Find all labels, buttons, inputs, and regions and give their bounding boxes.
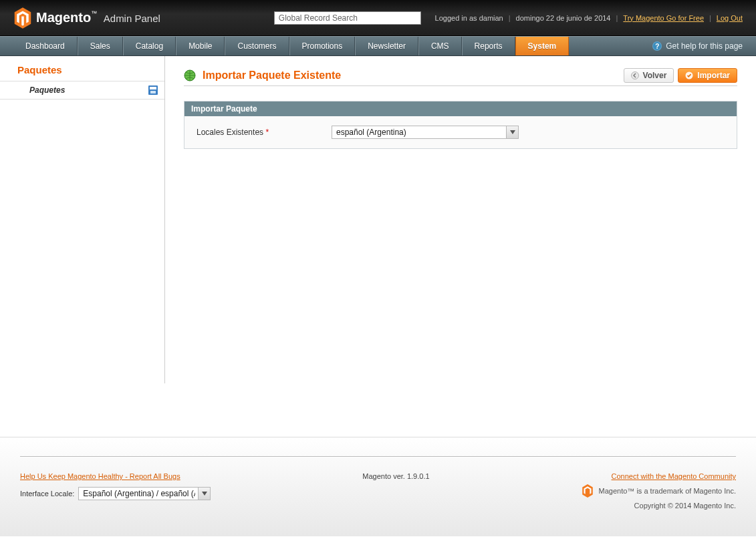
community-link[interactable]: Connect with the Magento Community [612, 472, 736, 480]
save-icon [148, 85, 158, 95]
magento-logo-icon [13, 7, 32, 29]
svg-point-4 [631, 72, 638, 79]
back-button-label: Volver [643, 71, 667, 80]
interface-locale-label: Interface Locale: [20, 490, 74, 498]
nav-system[interactable]: System [515, 37, 570, 55]
locales-row: Locales Existentes * [197, 126, 725, 139]
locales-select-wrap [332, 126, 519, 139]
help-link[interactable]: ? Get help for this page [652, 37, 743, 55]
global-search [274, 11, 421, 25]
svg-rect-1 [150, 87, 156, 89]
interface-locale-select[interactable] [78, 487, 211, 500]
sidebar-item-label: Paquetes [29, 85, 65, 95]
nav-promotions[interactable]: Promotions [289, 37, 356, 55]
import-button[interactable]: Importar [678, 68, 737, 83]
version-text: Magento ver. 1.9.0.1 [211, 472, 581, 480]
back-button[interactable]: Volver [624, 68, 674, 83]
header-info: Logged in as damian | domingo 22 de juni… [435, 14, 743, 22]
nav-customers[interactable]: Customers [225, 37, 289, 55]
footer: Help Us Keep Magento Healthy - Report Al… [0, 437, 756, 536]
header-date: domingo 22 de junio de 2014 [516, 14, 611, 22]
sidebar-title: Paquetes [0, 64, 164, 81]
nav-sales[interactable]: Sales [78, 37, 123, 55]
logged-in-text: Logged in as damian [435, 14, 503, 22]
back-arrow-icon [631, 71, 639, 79]
panel-title: Importar Paquete [184, 102, 737, 116]
sidebar-item-paquetes[interactable]: Paquetes [0, 81, 164, 100]
svg-rect-2 [150, 91, 156, 94]
magento-logo-icon [582, 484, 594, 498]
copyright-text: Copyright © 2014 Magento Inc. [634, 502, 736, 510]
main-nav: Dashboard Sales Catalog Mobile Customers… [0, 36, 756, 56]
report-bugs-link[interactable]: Help Us Keep Magento Healthy - Report Al… [20, 472, 180, 480]
import-button-label: Importar [697, 71, 730, 80]
header-bar: Magento™ Admin Panel Logged in as damian… [0, 0, 756, 36]
nav-reports[interactable]: Reports [462, 37, 515, 55]
nav-catalog[interactable]: Catalog [123, 37, 176, 55]
nav-dashboard[interactable]: Dashboard [13, 37, 78, 55]
sidebar: Paquetes Paquetes [0, 56, 165, 383]
logo[interactable]: Magento™ Admin Panel [13, 7, 160, 29]
page-title: Importar Paquete Existente [184, 69, 341, 81]
nav-cms[interactable]: CMS [418, 37, 462, 55]
brand-name: Magento™ Admin Panel [36, 10, 160, 25]
trademark-text: Magento™ is a trademark of Magento Inc. [599, 487, 736, 495]
locales-label: Locales Existentes * [197, 128, 324, 137]
main-content: Importar Paquete Existente Volver Import… [165, 56, 756, 383]
nav-mobile[interactable]: Mobile [176, 37, 225, 55]
global-search-input[interactable] [274, 11, 421, 25]
try-magento-link[interactable]: Try Magento Go for Free [623, 14, 704, 22]
help-label: Get help for this page [666, 41, 743, 51]
check-icon [685, 71, 693, 79]
globe-icon [184, 69, 196, 81]
import-panel: Importar Paquete Locales Existentes * [184, 101, 737, 149]
help-icon: ? [652, 41, 662, 51]
locales-select[interactable] [332, 126, 519, 139]
page-header: Importar Paquete Existente Volver Import… [184, 68, 737, 86]
logout-link[interactable]: Log Out [717, 14, 743, 22]
nav-newsletter[interactable]: Newsletter [355, 37, 418, 55]
